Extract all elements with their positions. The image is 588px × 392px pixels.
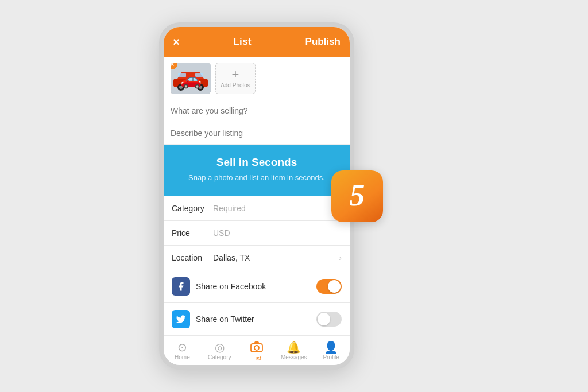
svg-rect-3 [195,73,203,77]
car-svg [171,63,211,94]
twitter-row: Share on Twitter [164,303,350,336]
location-chevron-icon: › [339,253,342,262]
photo-thumbnail[interactable]: × [171,63,211,94]
nav-profile-label: Profile [323,354,339,360]
svg-rect-8 [251,344,262,352]
add-photo-button[interactable]: + Add Photos [215,63,256,94]
nav-messages[interactable]: 🔔 Messages [275,341,312,362]
svg-point-5 [179,86,183,89]
header-title: List [233,36,251,48]
bell-icon: 🔔 [287,341,301,353]
svg-rect-0 [171,63,211,94]
app-icon: 5 [331,170,383,222]
home-icon: ⊙ [177,341,187,353]
facebook-row: Share on Facebook [164,270,350,303]
location-value: Dallas, TX [213,253,336,262]
facebook-toggle-knob [328,280,341,293]
plus-icon: + [232,68,239,81]
nav-messages-label: Messages [281,354,307,360]
nav-category[interactable]: ◎ Category [201,341,238,362]
photo-section: × + Add Photo [164,57,350,100]
svg-point-7 [199,86,202,89]
nav-profile[interactable]: 👤 Profile [312,341,350,362]
twitter-icon [172,310,190,328]
nav-category-label: Category [208,354,231,360]
svg-rect-2 [178,73,186,77]
category-icon: ◎ [215,341,225,353]
selling-input[interactable] [171,100,343,122]
price-row[interactable]: Price USD [164,221,350,246]
sell-banner-title: Sell in Seconds [173,156,341,169]
price-label: Price [172,228,213,238]
facebook-icon [172,277,190,296]
category-label: Category [172,204,213,213]
facebook-toggle[interactable] [316,279,342,294]
facebook-svg [176,281,186,292]
sell-banner: Sell in Seconds Snap a photo and list an… [164,145,350,196]
app-icon-number: 5 [350,180,365,211]
publish-button[interactable]: Publish [305,36,341,48]
svg-point-4 [177,84,184,91]
nav-home-label: Home [175,354,190,360]
form-section [164,100,350,145]
app-header: × List Publish [164,27,350,57]
price-value: USD [213,228,342,238]
nav-home[interactable]: ⊙ Home [164,341,201,362]
nav-list-label: List [252,355,261,362]
twitter-toggle[interactable] [316,312,342,327]
location-label: Location [172,253,213,262]
social-section: Share on Facebook Share on Twitter [164,270,350,336]
facebook-label: Share on Facebook [196,282,316,291]
svg-point-6 [197,84,204,91]
car-image [171,63,211,94]
twitter-svg [176,314,186,324]
description-input[interactable] [171,122,343,144]
nav-list[interactable]: List [238,341,276,362]
add-photos-label: Add Photos [220,82,250,88]
location-row[interactable]: Location Dallas, TX › [164,246,350,270]
category-row[interactable]: Category Required › [164,196,350,221]
profile-icon: 👤 [324,341,338,353]
svg-point-9 [254,346,259,350]
twitter-toggle-knob [318,313,330,325]
bottom-nav: ⊙ Home ◎ Category List 🔔 Messa [164,336,350,365]
camera-icon [250,341,263,354]
phone-mockup: × List Publish × [159,22,354,370]
details-section: Category Required › Price USD Location D… [164,196,350,270]
sell-banner-subtitle: Snap a photo and list an item in seconds… [173,172,341,184]
close-button[interactable]: × [173,36,180,49]
twitter-label: Share on Twitter [196,315,316,324]
category-value: Required [213,204,336,213]
